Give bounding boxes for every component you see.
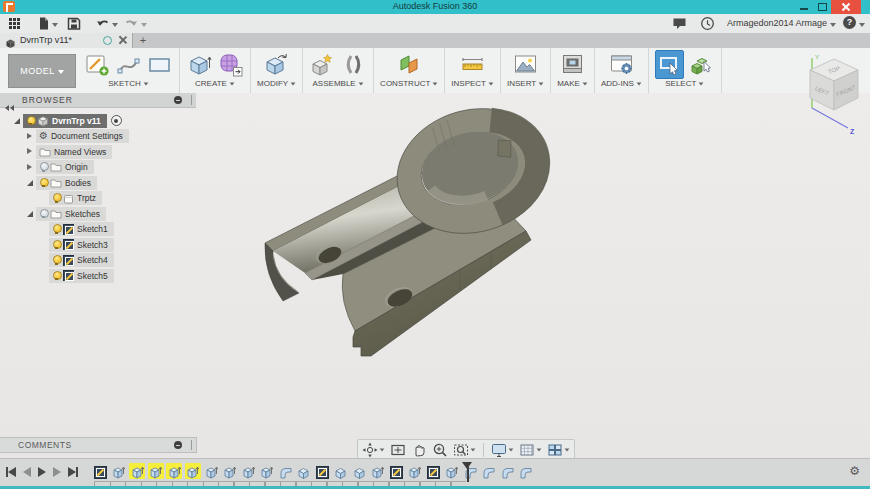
timeline-feature-sketch[interactable] — [388, 463, 404, 479]
viewports-icon[interactable] — [547, 442, 570, 458]
timeline-feature-fillet[interactable] — [481, 463, 497, 479]
timeline-feature-extrude[interactable] — [166, 463, 182, 479]
timeline-feature-extrude[interactable] — [185, 463, 201, 479]
maximize-button[interactable] — [813, 0, 831, 14]
close-button[interactable] — [831, 0, 861, 14]
group-dropdown-inspect[interactable]: INSPECT — [451, 79, 494, 88]
zoom-icon[interactable] — [432, 442, 448, 458]
tool-box[interactable] — [186, 51, 213, 78]
redo-icon[interactable] — [124, 16, 139, 34]
browser-node[interactable]: ⚙Document Settings — [36, 129, 129, 143]
user-account-menu[interactable]: Armagedon2014 Armagedon:... — [727, 18, 827, 28]
browser-node[interactable]: Sketches — [36, 207, 106, 221]
step-forward-button[interactable] — [53, 466, 61, 477]
timeline-feature-sketch[interactable] — [314, 463, 330, 479]
app-grid-icon[interactable] — [8, 16, 21, 34]
tool-paint-select[interactable] — [688, 51, 715, 78]
tool-press-pull[interactable] — [263, 51, 290, 78]
timeline-feature-sketch[interactable] — [92, 463, 108, 479]
play-button[interactable] — [38, 466, 46, 477]
browser-item-sketch5[interactable]: Sketch5 — [0, 268, 196, 284]
comments-bubble-icon[interactable] — [672, 16, 687, 34]
visibility-bulb-icon[interactable] — [52, 255, 60, 265]
timeline-feature-box[interactable] — [351, 463, 367, 479]
expand-icon[interactable] — [27, 133, 32, 139]
timeline-feature-extrude[interactable] — [222, 463, 238, 479]
group-dropdown-insert[interactable]: INSERT — [507, 79, 544, 88]
timeline-feature-extrude[interactable] — [203, 463, 219, 479]
timeline-position-marker[interactable] — [462, 462, 473, 483]
group-dropdown-make[interactable]: MAKE — [557, 79, 588, 88]
timeline-feature-extrude[interactable] — [370, 463, 386, 479]
timeline-feature-extrude[interactable] — [259, 463, 275, 479]
browser-node[interactable]: Named Views — [36, 145, 112, 159]
visibility-bulb-icon[interactable] — [39, 178, 47, 188]
timeline-feature-box[interactable] — [296, 463, 312, 479]
orbit-icon[interactable] — [362, 442, 385, 458]
browser-item-named-views[interactable]: Named Views — [0, 144, 196, 160]
visibility-bulb-icon[interactable] — [52, 193, 60, 203]
group-dropdown-add-ins[interactable]: ADD-INS — [601, 79, 642, 88]
panel-grip[interactable] — [191, 95, 192, 105]
timeline-feature-extrude[interactable] — [129, 463, 145, 479]
timeline-settings-gear-icon[interactable]: ⚙ — [849, 464, 860, 478]
look-at-icon[interactable] — [390, 442, 406, 458]
browser-node[interactable]: Trptz — [49, 191, 102, 205]
visibility-bulb-icon[interactable] — [26, 116, 34, 126]
visibility-bulb-icon[interactable] — [52, 240, 60, 250]
group-dropdown-select[interactable]: SELECT — [665, 79, 704, 88]
model-trptz-clamp[interactable] — [255, 105, 565, 375]
browser-node[interactable]: Sketch5 — [49, 269, 114, 283]
expand-icon[interactable] — [27, 149, 32, 155]
tool-print[interactable] — [559, 51, 586, 78]
timeline-feature-fillet[interactable] — [499, 463, 515, 479]
browser-node[interactable]: Bodies — [36, 176, 97, 190]
go-to-end-button[interactable] — [68, 466, 78, 477]
group-dropdown-assemble[interactable]: ASSEMBLE — [313, 79, 364, 88]
tool-rectangle[interactable] — [146, 51, 173, 78]
group-dropdown-create[interactable]: CREATE — [195, 79, 235, 88]
file-caret-icon[interactable] — [52, 23, 58, 27]
timeline-feature-extrude[interactable] — [444, 463, 460, 479]
timeline-feature-sketch[interactable] — [425, 463, 441, 479]
tool-create-sketch[interactable] — [84, 51, 111, 78]
document-tab[interactable]: DvrnTrp v11* — [0, 33, 133, 48]
browser-item-sketches[interactable]: Sketches — [0, 206, 196, 222]
step-back-button[interactable] — [23, 466, 31, 477]
tool-new-component[interactable] — [309, 51, 336, 78]
tool-canvas[interactable] — [512, 51, 539, 78]
browser-item-dvrntrp-v11[interactable]: DvrnTrp v11 — [0, 113, 196, 129]
browser-header[interactable]: BROWSER — [0, 93, 196, 108]
comments-grip[interactable] — [191, 440, 192, 450]
undo-caret-icon[interactable] — [112, 23, 118, 27]
visibility-bulb-icon[interactable] — [52, 271, 60, 281]
browser-item-sketch1[interactable]: Sketch1 — [0, 222, 196, 238]
timeline-feature-extrude[interactable] — [111, 463, 127, 479]
timeline-feature-box[interactable] — [333, 463, 349, 479]
new-tab-button[interactable]: + — [133, 33, 153, 48]
pan-icon[interactable] — [411, 442, 427, 458]
minimize-button[interactable] — [795, 0, 813, 14]
tool-joint[interactable] — [340, 51, 367, 78]
visibility-bulb-icon[interactable] — [39, 162, 47, 172]
workspace-selector[interactable]: MODEL — [8, 54, 76, 88]
timeline-feature-extrude[interactable] — [148, 463, 164, 479]
tool-form[interactable] — [217, 51, 244, 78]
timeline-feature-extrude[interactable] — [407, 463, 423, 479]
timeline-feature-extrude[interactable] — [240, 463, 256, 479]
collapse-icon[interactable] — [27, 180, 33, 186]
undo-icon[interactable] — [95, 16, 110, 34]
browser-item-bodies[interactable]: Bodies — [0, 175, 196, 191]
tool-measure[interactable] — [459, 51, 486, 78]
fit-view-icon[interactable] — [453, 442, 476, 458]
comments-panel[interactable]: COMMENTS — [0, 437, 197, 453]
user-caret-icon[interactable] — [830, 23, 836, 27]
redo-caret-icon[interactable] — [141, 23, 147, 27]
browser-item-sketch3[interactable]: Sketch3 — [0, 237, 196, 253]
collapse-icon[interactable] — [14, 118, 20, 124]
browser-node[interactable]: Sketch1 — [49, 222, 114, 236]
tool-window-select[interactable] — [655, 50, 684, 79]
tool-plane[interactable] — [396, 51, 423, 78]
browser-item-origin[interactable]: Origin — [0, 160, 196, 176]
activate-component-radio[interactable] — [111, 115, 122, 126]
